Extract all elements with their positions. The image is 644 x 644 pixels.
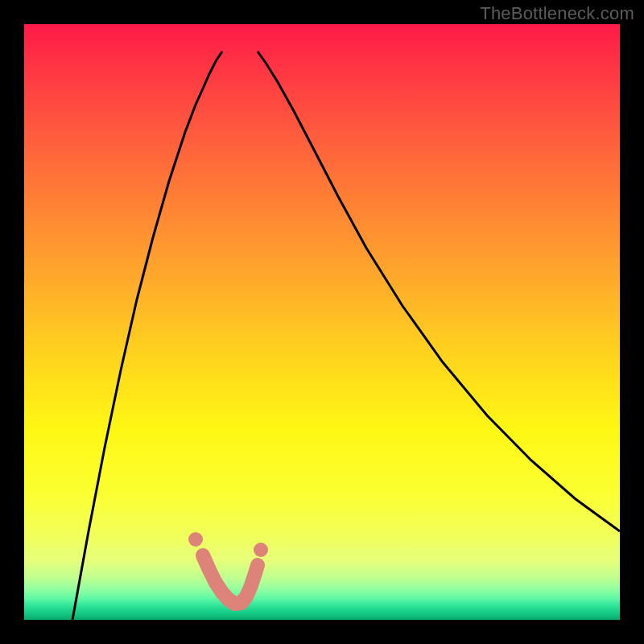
plot-area (24, 24, 620, 620)
curve-u-dot (188, 532, 203, 547)
curve-layer (24, 24, 620, 620)
curve-u-dot (254, 543, 268, 557)
watermark-text: TheBottleneck.com (480, 3, 634, 24)
curve-right-branch (258, 52, 620, 531)
outer-frame: TheBottleneck.com (0, 0, 644, 644)
curve-u-segment (203, 555, 258, 604)
